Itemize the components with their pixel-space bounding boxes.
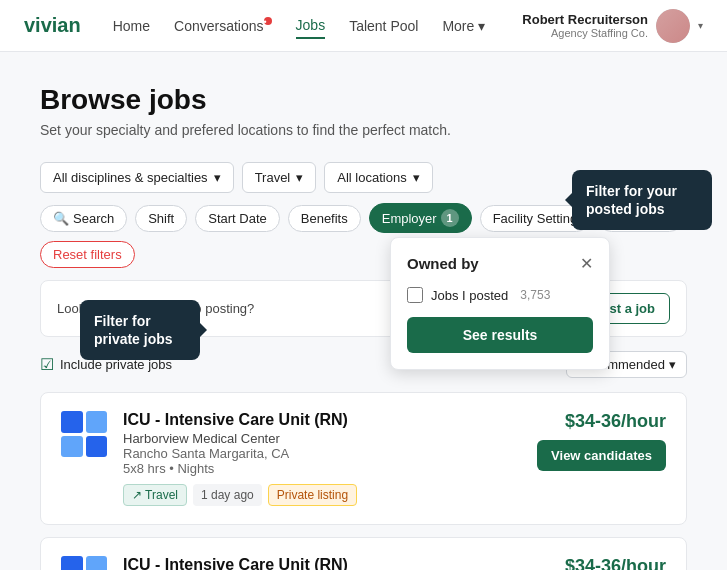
table-row: ICU - Intensive Care Unit (RN) Los Angel… xyxy=(40,537,687,570)
nav-jobs[interactable]: Jobs xyxy=(296,13,326,39)
job-list: ICU - Intensive Care Unit (RN) Harborvie… xyxy=(40,392,687,570)
discipline-chevron-icon: ▾ xyxy=(214,170,221,185)
job-location: Rancho Santa Margarita, CA xyxy=(123,446,521,461)
chip-start-date-label: Start Date xyxy=(208,211,267,226)
location-chevron-icon: ▾ xyxy=(413,170,420,185)
job-schedule: 5x8 hrs • Nights xyxy=(123,461,521,476)
user-chevron-icon: ▾ xyxy=(698,20,703,31)
job-logo xyxy=(61,556,107,570)
tag-time: 1 day ago xyxy=(193,484,262,506)
job-type-label: Travel xyxy=(255,170,291,185)
tooltip-filter-private-jobs: Filter for private jobs xyxy=(80,300,200,360)
nav-more[interactable]: More ▾ xyxy=(442,14,485,38)
brand-logo[interactable]: vivian xyxy=(24,14,81,37)
avatar-image xyxy=(656,9,690,43)
location-filter[interactable]: All locations ▾ xyxy=(324,162,432,193)
chip-search[interactable]: 🔍 Search xyxy=(40,205,127,232)
job-hospital: Harborview Medical Center xyxy=(123,431,521,446)
tag-private: Private listing xyxy=(268,484,357,506)
location-label: All locations xyxy=(337,170,406,185)
tooltip-left-text: Filter for private jobs xyxy=(94,313,173,347)
job-actions: $34-36/hour View candidates xyxy=(537,411,666,471)
see-results-button[interactable]: See results xyxy=(407,317,593,353)
close-dropdown-button[interactable]: ✕ xyxy=(580,254,593,273)
include-private-checkmark-icon: ☑ xyxy=(40,355,54,374)
jobs-posted-count: 3,753 xyxy=(520,288,550,302)
job-title: ICU - Intensive Care Unit (RN) xyxy=(123,556,521,570)
job-logo xyxy=(61,411,107,457)
chip-benefits[interactable]: Benefits xyxy=(288,205,361,232)
main-content: Browse jobs Set your specialty and prefe… xyxy=(0,52,727,570)
view-candidates-button[interactable]: View candidates xyxy=(537,440,666,471)
employer-count-badge: 1 xyxy=(441,209,459,227)
user-info: Robert Recruiterson Agency Staffing Co. xyxy=(522,12,648,39)
logo-block-2 xyxy=(86,411,108,433)
logo-block-4 xyxy=(86,436,108,458)
chip-reset-label: Reset filters xyxy=(53,247,122,262)
jobs-posted-checkbox[interactable] xyxy=(407,287,423,303)
chip-employer-label: Employer xyxy=(382,211,437,226)
discipline-filter[interactable]: All disciplines & specialties ▾ xyxy=(40,162,234,193)
more-chevron: ▾ xyxy=(478,18,485,34)
chip-employer[interactable]: Employer 1 xyxy=(369,203,472,233)
job-pay: $34-36/hour xyxy=(565,556,666,570)
job-actions: $34-36/hour View candidates xyxy=(537,556,666,570)
tooltip-right-text: Filter for your posted jobs xyxy=(586,183,677,217)
chip-start-date[interactable]: Start Date xyxy=(195,205,280,232)
job-type-chevron-icon: ▾ xyxy=(296,170,303,185)
logo-block-2 xyxy=(86,556,108,570)
chip-search-label: Search xyxy=(73,211,114,226)
tag-travel: ↗ Travel xyxy=(123,484,187,506)
chip-shift[interactable]: Shift xyxy=(135,205,187,232)
chip-reset-filters[interactable]: Reset filters xyxy=(40,241,135,268)
owned-by-dropdown: Owned by ✕ Jobs I posted 3,753 See resul… xyxy=(390,237,610,370)
dropdown-title: Owned by xyxy=(407,255,479,272)
dropdown-header: Owned by ✕ xyxy=(407,254,593,273)
avatar[interactable] xyxy=(656,9,690,43)
tooltip-filter-posted-jobs: Filter for your posted jobs xyxy=(572,170,712,230)
chip-shift-label: Shift xyxy=(148,211,174,226)
jobs-posted-checkbox-row: Jobs I posted 3,753 xyxy=(407,287,593,303)
user-company: Agency Staffing Co. xyxy=(522,27,648,39)
user-name: Robert Recruiterson xyxy=(522,12,648,27)
search-icon: 🔍 xyxy=(53,211,69,226)
page-subtitle: Set your specialty and prefered location… xyxy=(40,122,687,138)
job-info: ICU - Intensive Care Unit (RN) Harborvie… xyxy=(123,411,521,506)
nav-links: Home Conversations• Jobs Talent Pool Mor… xyxy=(113,13,523,39)
job-info: ICU - Intensive Care Unit (RN) Los Angel… xyxy=(123,556,521,570)
conversations-badge: • xyxy=(264,17,272,25)
job-title: ICU - Intensive Care Unit (RN) xyxy=(123,411,521,429)
user-menu[interactable]: Robert Recruiterson Agency Staffing Co. … xyxy=(522,9,703,43)
navbar: vivian Home Conversations• Jobs Talent P… xyxy=(0,0,727,52)
page-title: Browse jobs xyxy=(40,84,687,116)
chip-benefits-label: Benefits xyxy=(301,211,348,226)
job-tags: ↗ Travel 1 day ago Private listing xyxy=(123,484,521,506)
discipline-label: All disciplines & specialties xyxy=(53,170,208,185)
sort-chevron-icon: ▾ xyxy=(669,357,676,372)
logo-block-1 xyxy=(61,411,83,433)
table-row: ICU - Intensive Care Unit (RN) Harborvie… xyxy=(40,392,687,525)
job-pay: $34-36/hour xyxy=(565,411,666,432)
nav-home[interactable]: Home xyxy=(113,14,150,38)
nav-conversations[interactable]: Conversations• xyxy=(174,13,272,38)
chip-facility-label: Facility Setting xyxy=(493,211,578,226)
job-type-filter[interactable]: Travel ▾ xyxy=(242,162,317,193)
nav-talent-pool[interactable]: Talent Pool xyxy=(349,14,418,38)
logo-block-3 xyxy=(61,436,83,458)
jobs-posted-label: Jobs I posted xyxy=(431,288,508,303)
logo-block-1 xyxy=(61,556,83,570)
